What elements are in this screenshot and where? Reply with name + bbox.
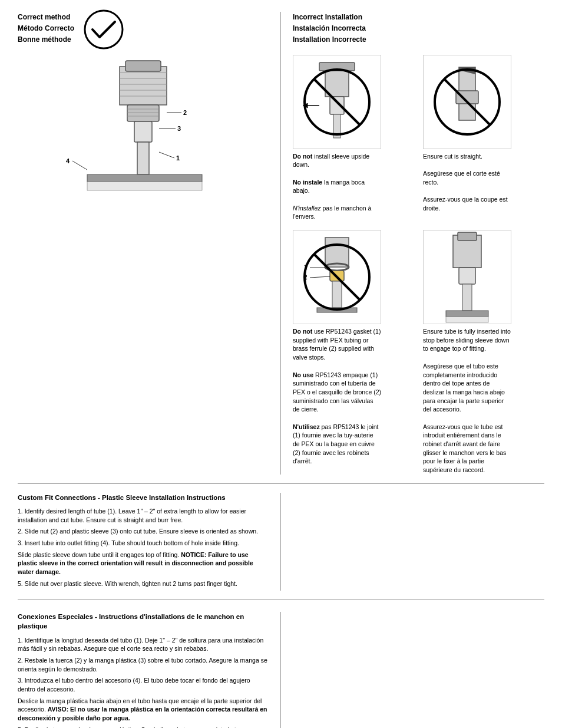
svg-rect-48: [458, 232, 477, 241]
left-panel: Correct method Método Correcto Bonne mét…: [18, 12, 281, 475]
incorrect-img-3: 1 2: [293, 230, 381, 324]
incorrect-img-4: [423, 230, 511, 324]
svg-rect-13: [137, 142, 149, 174]
english-wrapper: Custom Fit Connections - Plastic Sleeve …: [18, 493, 544, 591]
spanish-section-title: Conexiones Especiales - Instructions d'i…: [18, 612, 269, 631]
svg-line-22: [72, 161, 87, 170]
caption-2: Ensure cut is straight. Asegúrese que el…: [423, 152, 511, 213]
svg-line-18: [159, 152, 174, 158]
svg-text:3: 3: [177, 125, 181, 132]
incorrect-title-line2: Instalación Incorrecta: [293, 23, 544, 34]
english-step-3: 3. Insert tube into outlet fitting (4). …: [18, 539, 269, 548]
correct-method-label: Correct method Método Correcto Bonne mét…: [18, 12, 74, 46]
incorrect-img-1: [293, 55, 381, 149]
english-instructions: Custom Fit Connections - Plastic Sleeve …: [18, 493, 281, 591]
incorrect-title-line3: Installation Incorrecte: [293, 34, 544, 45]
spanish-instructions: Conexiones Especiales - Instructions d'i…: [18, 612, 281, 728]
spanish-step-4: Deslice la manga plástica hacia abajo en…: [18, 697, 269, 723]
spanish-step-2: 2. Resbale la tuerca (2) y la manga plás…: [18, 656, 269, 673]
english-step-2: 2. Slide nut (2) and plastic sleeve (3) …: [18, 527, 269, 536]
english-section-title: Custom Fit Connections - Plastic Sleeve …: [18, 493, 269, 502]
svg-point-0: [85, 11, 123, 48]
svg-text:2: 2: [183, 109, 187, 116]
spanish-section: Conexiones Especiales - Instructions d'i…: [18, 612, 544, 728]
spanish-right-spacer: [281, 612, 544, 728]
incorrect-title-line1: Incorrect Installation: [293, 12, 544, 23]
upside-down-svg: [293, 55, 381, 149]
english-step-4: Slide plastic sleeve down tube until it …: [18, 551, 269, 577]
caption-4: Ensure tube is fully inserted into stop …: [423, 327, 511, 475]
not-inserted-svg: [424, 230, 511, 324]
incorrect-grid: Do not install sleeve upside down. No in…: [293, 55, 544, 475]
svg-rect-2: [125, 61, 161, 71]
correct-method-line2: Método Correcto: [18, 23, 74, 34]
svg-line-44: [310, 276, 330, 278]
caption-1: Do not install sleeve upside down. No in…: [293, 152, 381, 222]
svg-text:4: 4: [66, 157, 70, 164]
correct-method-line1: Correct method: [18, 12, 74, 23]
spanish-step-5: 5. Deslice la tuerca sobre la manga plás…: [18, 726, 269, 728]
incorrect-item-2: Ensure cut is straight. Asegúrese que el…: [423, 55, 544, 222]
checkmark-diagram: [83, 9, 124, 50]
svg-rect-52: [446, 317, 488, 322]
english-step-5: 5. Slide nut over plastic sleeve. With w…: [18, 579, 269, 588]
english-section: Custom Fit Connections - Plastic Sleeve …: [18, 493, 544, 601]
page-container: Correct method Método Correcto Bonne mét…: [0, 0, 562, 728]
incorrect-title: Incorrect Installation Instalación Incor…: [293, 12, 544, 46]
english-step-1: 1. Identify desired length of tube (1). …: [18, 507, 269, 524]
spanish-step-1: 1. Identifique la longitud deseada del t…: [18, 636, 269, 653]
english-steps: 1. Identify desired length of tube (1). …: [18, 507, 269, 588]
spanish-step-3: 3. Introduzca el tubo dentro del accesor…: [18, 676, 269, 693]
spanish-steps: 1. Identifique la longitud deseada del t…: [18, 636, 269, 728]
svg-rect-21: [87, 182, 202, 190]
svg-rect-20: [87, 174, 202, 182]
correct-method-line3: Bonne méthode: [18, 34, 74, 45]
svg-rect-49: [459, 268, 475, 284]
spanish-wrapper: Conexiones Especiales - Instructions d'i…: [18, 612, 544, 728]
svg-rect-39: [332, 281, 342, 308]
gasket-svg: 1 2: [293, 230, 381, 324]
incorrect-item-1: Do not install sleeve upside down. No in…: [293, 55, 414, 222]
svg-rect-51: [446, 311, 488, 317]
svg-text:1: 1: [176, 154, 180, 162]
svg-rect-50: [462, 284, 472, 311]
caption-3: Do not use RP51243 gasket (1) supplied w…: [293, 327, 381, 466]
english-right-spacer: [281, 493, 544, 591]
incorrect-item-4: Ensure tube is fully inserted into stop …: [423, 230, 544, 475]
incorrect-item-3: 1 2 Do not use RP51243 gasket (1) suppli…: [293, 230, 414, 475]
top-section: Correct method Método Correcto Bonne mét…: [18, 12, 544, 484]
right-panel: Incorrect Installation Instalación Incor…: [281, 12, 544, 475]
svg-rect-8: [127, 105, 159, 121]
fitting-diagram: 2 3 1 4: [40, 58, 246, 193]
incorrect-img-2: [423, 55, 511, 149]
svg-rect-12: [134, 121, 152, 142]
not-straight-svg: [424, 55, 511, 149]
